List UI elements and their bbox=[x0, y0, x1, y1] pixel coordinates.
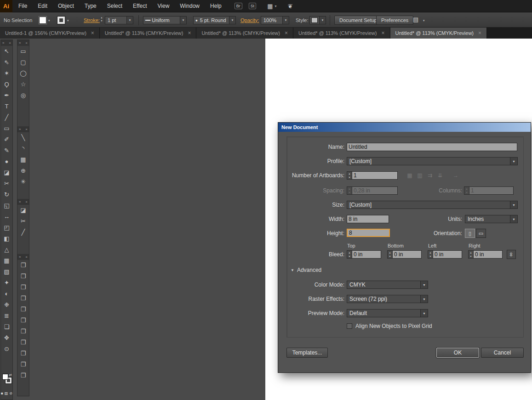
panel-menu-icon[interactable]: ▤ bbox=[413, 16, 418, 23]
color-mode-icon[interactable]: ■ bbox=[1, 391, 3, 395]
bleed-right-stepper[interactable]: ▲ ▼ bbox=[468, 250, 473, 259]
arrange-documents-icon[interactable]: ▦ bbox=[267, 3, 273, 10]
fill-swatch[interactable] bbox=[39, 17, 46, 24]
bleed-left-input[interactable] bbox=[433, 250, 462, 259]
units-dropdown[interactable]: Inches ▼ bbox=[465, 215, 518, 223]
line-icon[interactable]: ╲ bbox=[17, 132, 29, 143]
templates-button[interactable]: Templates... bbox=[286, 348, 328, 358]
rectangle-shape-icon[interactable]: ▭ bbox=[17, 46, 29, 57]
brush-definition-dropdown[interactable]: ● 5 pt. Round ▼ bbox=[193, 16, 236, 24]
opacity-dropdown[interactable]: 100% ▼ bbox=[261, 16, 289, 24]
link-bleed-values-button[interactable]: ∞ bbox=[507, 250, 516, 259]
document-tab-2[interactable]: Untitled* @ 113% (CMYK/Preview) × bbox=[100, 28, 197, 39]
eyedropper-tool-icon[interactable]: ✦ bbox=[1, 277, 12, 288]
artboard-page-icon[interactable]: ❐ bbox=[17, 348, 29, 359]
eraser-icon[interactable]: ◪ bbox=[17, 205, 29, 216]
close-panel-icon[interactable]: × bbox=[9, 41, 11, 45]
stroke-swatch[interactable] bbox=[57, 17, 65, 24]
cs-live-icon[interactable]: ❦ bbox=[288, 3, 293, 10]
stroke-swatch-arrow-icon[interactable]: ▾ bbox=[67, 19, 69, 23]
direct-selection-tool-icon[interactable]: ⇖ bbox=[1, 57, 12, 68]
menu-edit[interactable]: Edit bbox=[38, 3, 47, 9]
collapse-panel-icon[interactable]: » bbox=[2, 41, 4, 45]
gradient-mode-icon[interactable]: ▨ bbox=[5, 391, 8, 395]
stepper-up-icon[interactable]: ▲ bbox=[469, 251, 473, 254]
collapse-panel-icon[interactable]: » bbox=[19, 41, 21, 45]
dialog-title-bar[interactable]: New Document bbox=[278, 123, 531, 132]
artboards-input[interactable] bbox=[352, 171, 398, 180]
bleed-top-stepper[interactable]: ▲ ▼ bbox=[347, 250, 352, 259]
cancel-button[interactable]: Cancel bbox=[481, 348, 524, 358]
close-panel-icon[interactable]: × bbox=[25, 255, 28, 259]
width-input[interactable] bbox=[347, 215, 389, 223]
artboard-tool-icon[interactable]: ❏ bbox=[1, 321, 12, 332]
dropdown-arrow-icon[interactable]: ▼ bbox=[510, 201, 517, 208]
stepper-down-icon[interactable]: ▼ bbox=[347, 254, 352, 258]
symbol-sprayer-tool-icon[interactable]: ❉ bbox=[1, 299, 12, 310]
free-transform-tool-icon[interactable]: ◰ bbox=[1, 222, 12, 233]
line-segment-tool-icon[interactable]: ╱ bbox=[1, 112, 12, 123]
menu-file[interactable]: File bbox=[18, 3, 27, 9]
dropdown-arrow-icon[interactable]: ▼ bbox=[282, 17, 289, 24]
stroke-panel-link[interactable]: Stroke: bbox=[84, 12, 100, 28]
bleed-right-input[interactable] bbox=[473, 250, 503, 259]
raster-effects-dropdown[interactable]: Screen (72 ppi) ▼ bbox=[347, 295, 428, 303]
artboard-page-icon[interactable]: ❐ bbox=[17, 326, 29, 337]
orientation-landscape-button[interactable]: ▭ bbox=[476, 229, 486, 238]
star-icon[interactable]: ☆ bbox=[17, 79, 29, 90]
close-panel-icon[interactable]: × bbox=[25, 127, 28, 131]
document-tab-1[interactable]: Untitled-1 @ 156% (CMYK/Preview) × bbox=[0, 28, 100, 39]
eraser-tool-icon[interactable]: ◪ bbox=[1, 167, 12, 178]
scissors-icon[interactable]: ✂ bbox=[17, 216, 29, 227]
shape-builder-tool-icon[interactable]: ◧ bbox=[1, 233, 12, 244]
close-tab-icon[interactable]: × bbox=[188, 30, 191, 36]
width-tool-icon[interactable]: ↔ bbox=[1, 211, 12, 222]
blend-tool-icon[interactable]: ◐ bbox=[1, 288, 12, 299]
close-tab-icon[interactable]: × bbox=[91, 30, 94, 36]
dropdown-arrow-icon[interactable]: ▼ bbox=[180, 17, 186, 24]
lasso-tool-icon[interactable]: Ϙ bbox=[1, 79, 12, 90]
none-mode-icon[interactable]: ⊘ bbox=[9, 391, 12, 395]
height-input[interactable] bbox=[347, 229, 390, 237]
stepper-down-icon[interactable]: ▼ bbox=[388, 254, 392, 258]
knife-icon[interactable]: ╱ bbox=[17, 227, 29, 238]
fill-color-swatch[interactable] bbox=[2, 374, 8, 380]
collapse-panel-icon[interactable]: » bbox=[19, 255, 21, 259]
close-panel-icon[interactable]: × bbox=[25, 200, 28, 204]
stepper-up-icon[interactable]: ▲ bbox=[347, 172, 352, 175]
grid-icon[interactable]: ▦ bbox=[17, 154, 29, 165]
blob-brush-tool-icon[interactable]: ● bbox=[1, 156, 12, 167]
perspective-grid-tool-icon[interactable]: △ bbox=[1, 244, 12, 255]
artboard-page-icon[interactable]: ❐ bbox=[17, 271, 29, 282]
swap-fill-stroke-icon[interactable]: ⇄ bbox=[9, 373, 12, 377]
variable-width-profile-dropdown[interactable]: ━━ Uniform ▼ bbox=[143, 16, 187, 24]
rectangle-tool-icon[interactable]: ▭ bbox=[1, 123, 12, 134]
pencil-tool-icon[interactable]: ✎ bbox=[1, 145, 12, 156]
artboard-page-icon[interactable]: ❐ bbox=[17, 260, 29, 271]
rounded-rectangle-icon[interactable]: ▢ bbox=[17, 57, 29, 68]
gradient-tool-icon[interactable]: ▧ bbox=[1, 266, 12, 277]
profile-dropdown[interactable]: [Custom] ▼ bbox=[347, 157, 518, 165]
st-button[interactable]: St bbox=[249, 3, 257, 9]
document-tab-5-active[interactable]: Untitled* @ 113% (CMYK/Preview) × bbox=[390, 28, 487, 39]
paintbrush-tool-icon[interactable]: ✐ bbox=[1, 134, 12, 145]
stroke-weight-dropdown[interactable]: 1 pt ▼ bbox=[105, 16, 133, 24]
arc-icon[interactable]: ◝ bbox=[17, 143, 29, 154]
stepper-up-icon[interactable]: ▲ bbox=[347, 251, 352, 254]
artboard-page-icon[interactable]: ❐ bbox=[17, 337, 29, 348]
stepper-down-icon[interactable]: ▼ bbox=[99, 19, 104, 23]
zoom-tool-icon[interactable]: ⊙ bbox=[1, 344, 12, 355]
stepper-down-icon[interactable]: ▼ bbox=[428, 254, 433, 258]
dropdown-arrow-icon[interactable]: ▼ bbox=[229, 17, 235, 24]
flare-icon[interactable]: ✳ bbox=[17, 176, 29, 187]
selection-tool-icon[interactable]: ↖ bbox=[1, 46, 12, 57]
dropdown-arrow-icon[interactable]: ▼ bbox=[420, 310, 428, 317]
stroke-weight-stepper[interactable]: ▲ ▼ bbox=[99, 16, 104, 23]
artboard-page-icon[interactable]: ❐ bbox=[17, 315, 29, 326]
scale-tool-icon[interactable]: ◱ bbox=[1, 200, 12, 211]
artboard-page-icon[interactable]: ❐ bbox=[17, 282, 29, 293]
ok-button[interactable]: OK bbox=[436, 348, 479, 358]
dropdown-arrow-icon[interactable]: ▼ bbox=[510, 215, 517, 223]
orientation-portrait-button[interactable]: ▯ bbox=[465, 229, 475, 238]
column-graph-tool-icon[interactable]: ≣ bbox=[1, 310, 12, 321]
